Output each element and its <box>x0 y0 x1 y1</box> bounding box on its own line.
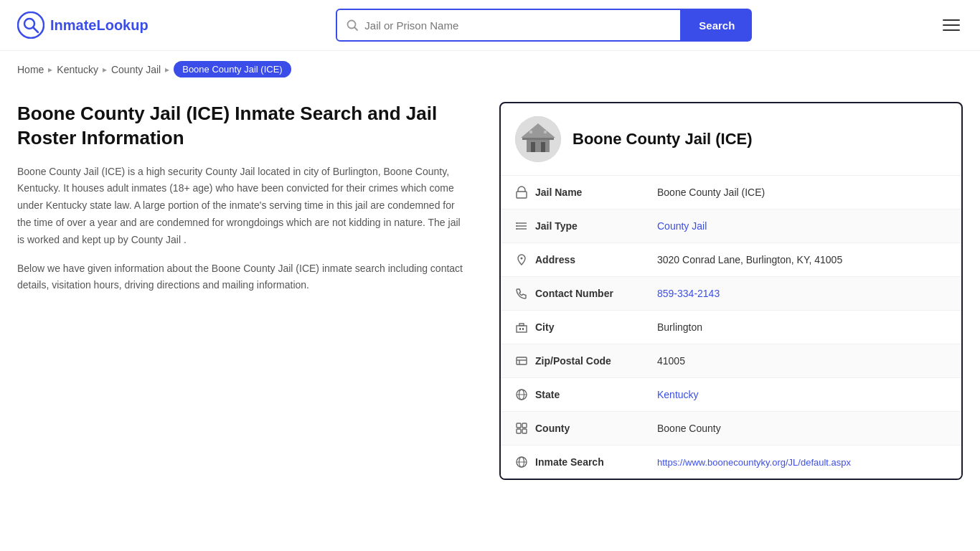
info-row-city: City Burlington <box>501 311 961 344</box>
jail-name-icon <box>515 186 535 199</box>
info-row-jail-name: Jail Name Boone County Jail (ICE) <box>501 176 961 209</box>
jail-avatar <box>515 116 561 162</box>
info-row-zip: Zip/Postal Code 41005 <box>501 344 961 378</box>
jail-name-label: Jail Name <box>535 187 657 198</box>
zip-icon <box>515 354 535 367</box>
phone-icon <box>515 287 535 300</box>
svg-rect-8 <box>541 142 545 152</box>
jail-type-link[interactable]: County Jail <box>657 220 707 232</box>
svg-rect-22 <box>519 324 524 326</box>
zip-value: 41005 <box>657 355 947 367</box>
info-row-county: County Boone County <box>501 412 961 446</box>
svg-line-4 <box>355 28 358 31</box>
inmate-search-icon <box>515 456 535 468</box>
card-header: Boone County Jail (ICE) <box>501 103 961 176</box>
svg-rect-23 <box>519 328 521 330</box>
left-column: Boone County Jail (ICE) Inmate Search an… <box>17 102 476 306</box>
svg-rect-34 <box>522 429 527 433</box>
county-icon <box>515 422 535 435</box>
contact-value[interactable]: 859-334-2143 <box>657 288 947 299</box>
zip-label: Zip/Postal Code <box>535 355 657 367</box>
inmate-search-label: Inmate Search <box>535 456 657 468</box>
search-button[interactable]: Search <box>682 9 752 42</box>
svg-rect-24 <box>522 328 524 330</box>
jail-type-value[interactable]: County Jail <box>657 220 947 232</box>
address-icon <box>515 253 535 266</box>
state-value[interactable]: Kentucky <box>657 389 947 400</box>
page-title: Boone County Jail (ICE) Inmate Search an… <box>17 102 465 151</box>
svg-point-3 <box>348 21 356 29</box>
state-icon <box>515 388 535 401</box>
city-icon <box>515 321 535 334</box>
address-label: Address <box>535 254 657 265</box>
svg-point-17 <box>516 222 517 224</box>
search-icon <box>346 19 359 32</box>
breadcrumb-sep-2: ▸ <box>103 65 107 75</box>
info-card: Boone County Jail (ICE) Jail Name Boone … <box>499 102 963 480</box>
breadcrumb-sep-1: ▸ <box>48 65 52 75</box>
breadcrumb-home[interactable]: Home <box>17 64 44 75</box>
search-input[interactable] <box>364 19 672 32</box>
page-description-1: Boone County Jail (ICE) is a high securi… <box>17 164 465 249</box>
svg-rect-31 <box>517 423 521 428</box>
city-value: Burlington <box>657 321 947 333</box>
svg-rect-33 <box>517 429 521 433</box>
jail-building-icon <box>515 116 561 162</box>
breadcrumb-county-jail[interactable]: County Jail <box>111 64 161 75</box>
info-row-inmate-search: Inmate Search https://www.boonecountyky.… <box>501 446 961 479</box>
site-logo[interactable]: InmateLookup <box>17 11 149 39</box>
jail-type-icon <box>515 220 535 232</box>
breadcrumb: Home ▸ Kentucky ▸ County Jail ▸ Boone Co… <box>0 51 980 88</box>
info-row-state: State Kentucky <box>501 378 961 412</box>
svg-rect-25 <box>517 357 527 364</box>
info-row-contact: Contact Number 859-334-2143 <box>501 277 961 311</box>
site-header: InmateLookup Search <box>0 0 980 51</box>
contact-label: Contact Number <box>535 288 657 299</box>
info-row-address: Address 3020 Conrad Lane, Burlington, KY… <box>501 243 961 277</box>
search-bar: Search <box>336 9 752 42</box>
contact-link[interactable]: 859-334-2143 <box>657 288 720 299</box>
breadcrumb-kentucky[interactable]: Kentucky <box>57 64 98 75</box>
county-label: County <box>535 423 657 434</box>
svg-rect-7 <box>531 142 535 152</box>
svg-rect-11 <box>544 131 547 133</box>
info-row-jail-type: Jail Type County Jail <box>501 209 961 243</box>
svg-point-20 <box>521 258 523 260</box>
logo-icon <box>17 11 44 39</box>
city-label: City <box>535 321 657 333</box>
jail-type-label: Jail Type <box>535 220 657 232</box>
logo-text: InmateLookup <box>50 17 149 34</box>
inmate-search-link[interactable]: https://www.boonecountyky.org/JL/default… <box>657 457 851 468</box>
page-description-2: Below we have given information about th… <box>17 260 465 295</box>
breadcrumb-sep-3: ▸ <box>165 65 169 75</box>
svg-rect-13 <box>517 192 527 198</box>
svg-point-19 <box>516 228 517 230</box>
address-value: 3020 Conrad Lane, Burlington, KY, 41005 <box>657 254 947 265</box>
state-link[interactable]: Kentucky <box>657 389 699 400</box>
main-content: Boone County Jail (ICE) Inmate Search an… <box>0 88 980 494</box>
svg-rect-10 <box>529 131 532 133</box>
jail-name-value: Boone County Jail (ICE) <box>657 187 947 198</box>
hamburger-menu[interactable] <box>940 17 963 34</box>
svg-rect-21 <box>517 326 527 332</box>
svg-rect-12 <box>522 138 554 140</box>
right-column: Boone County Jail (ICE) Jail Name Boone … <box>499 102 963 480</box>
inmate-search-value[interactable]: https://www.boonecountyky.org/JL/default… <box>657 456 947 468</box>
search-input-wrapper <box>336 9 682 42</box>
svg-rect-32 <box>522 423 527 428</box>
card-title: Boone County Jail (ICE) <box>573 130 753 149</box>
county-value: Boone County <box>657 423 947 434</box>
svg-point-0 <box>18 12 44 38</box>
state-label: State <box>535 389 657 400</box>
svg-point-18 <box>516 225 517 227</box>
breadcrumb-current: Boone County Jail (ICE) <box>174 61 291 77</box>
